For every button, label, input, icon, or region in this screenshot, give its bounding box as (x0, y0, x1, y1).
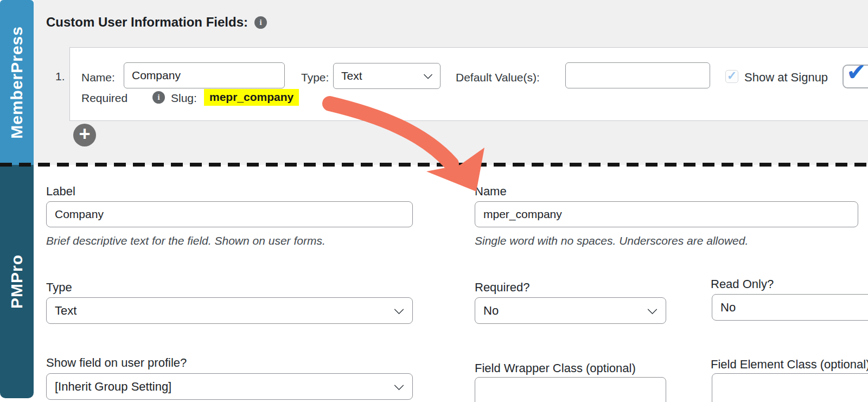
pmpro-profile-select[interactable]: [Inherit Group Setting] (46, 373, 413, 400)
pmpro-type-select[interactable]: Text (46, 297, 413, 324)
sidebar-pmpro-label: PMPro (8, 254, 26, 309)
pmpro-type-label: Type (46, 280, 72, 295)
check-heavy-icon: ✔ (846, 60, 866, 84)
row-index: 1. (55, 70, 65, 83)
add-field-button[interactable]: + (73, 124, 96, 146)
chevron-down-icon (394, 304, 404, 314)
pmpro-required-value: No (483, 304, 499, 318)
pmpro-label-input[interactable] (46, 201, 413, 227)
slug-value-highlight: mepr_company (204, 89, 299, 106)
section-divider (0, 163, 868, 167)
show-at-signup-label: Show at Signup (744, 71, 828, 85)
pmpro-wrapper-class-label: Field Wrapper Class (optional) (475, 361, 636, 375)
required-label: Required (81, 92, 127, 105)
pmpro-profile-value: [Inherit Group Setting] (55, 380, 171, 394)
slug-label: Slug: (171, 92, 197, 105)
signup-right-checkbox[interactable]: ✔ (843, 65, 868, 88)
pmpro-profile-label: Show field on user profile? (46, 356, 187, 370)
pmpro-readonly-label: Read Only? (711, 277, 774, 291)
pmpro-element-class-label: Field Element Class (optional) (711, 358, 868, 372)
default-values-label: Default Value(s): (456, 71, 540, 84)
pmpro-name-input[interactable] (475, 201, 858, 227)
pmpro-wrapper-class-input[interactable] (475, 377, 666, 402)
pmpro-label-label: Label (46, 184, 75, 199)
pmpro-required-label: Required? (475, 280, 530, 295)
type-select-value: Text (341, 69, 362, 82)
memberpress-section: Custom User Information Fields: i 1. Nam… (34, 0, 868, 165)
required-info-icon[interactable]: i (152, 91, 165, 104)
pmpro-required-select[interactable]: No (475, 297, 666, 324)
chevron-down-icon (424, 70, 433, 79)
chevron-down-icon (394, 380, 404, 390)
type-label: Type: (301, 71, 329, 84)
pmpro-readonly-select[interactable]: No (712, 294, 868, 321)
pmpro-element-class-input[interactable] (712, 373, 868, 402)
pmpro-name-label: Name (475, 184, 507, 199)
screenshot-root: MemberPress PMPro Custom User Informatio… (0, 0, 868, 402)
show-at-signup-checkbox[interactable]: ✓ (725, 70, 738, 83)
chevron-down-icon (647, 304, 657, 314)
sidebar-memberpress-label: MemberPress (8, 26, 26, 139)
page-title: Custom User Information Fields: (46, 15, 248, 30)
pmpro-section: Label Brief descriptive text for the fie… (34, 167, 868, 402)
pmpro-type-value: Text (55, 304, 76, 318)
plus-icon: + (79, 124, 90, 144)
default-values-input[interactable] (565, 62, 710, 88)
sidebar-memberpress: MemberPress (0, 0, 34, 165)
pmpro-label-hint: Brief descriptive text for the field. Sh… (46, 234, 326, 247)
name-label: Name: (81, 71, 115, 84)
check-icon: ✓ (727, 70, 737, 82)
info-icon[interactable]: i (254, 16, 267, 29)
memberpress-heading: Custom User Information Fields: i (46, 15, 267, 30)
pmpro-name-hint: Single word with no spaces. Underscores … (475, 234, 748, 247)
name-input[interactable] (124, 62, 285, 88)
pmpro-readonly-value: No (720, 301, 736, 315)
type-select[interactable]: Text (333, 63, 441, 89)
sidebar-pmpro: PMPro (0, 165, 34, 398)
